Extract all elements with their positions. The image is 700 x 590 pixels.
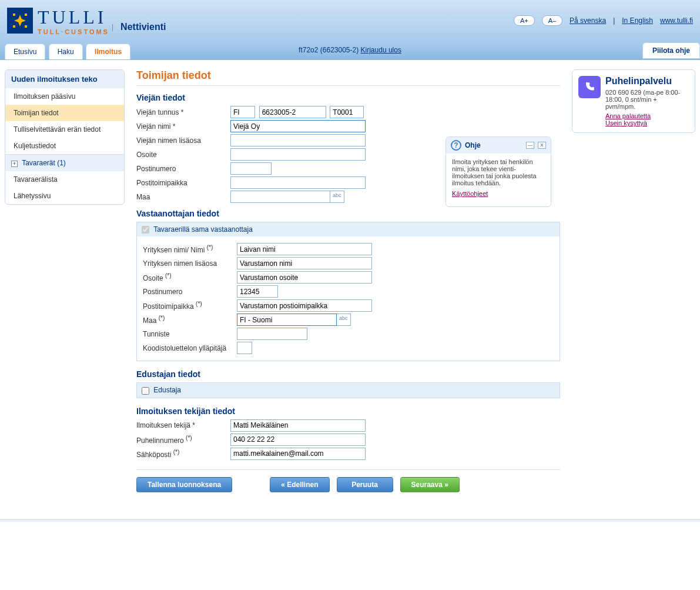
button-row: Tallenna luonnoksena « Edellinen Peruuta… <box>136 469 560 492</box>
vieja-maa-input[interactable] <box>230 191 330 203</box>
recv-koodisto-input[interactable] <box>237 342 252 354</box>
sidebar-group-label: Tavaraerät (1) <box>22 159 66 167</box>
recv-postitp-input[interactable] <box>237 299 372 312</box>
tab-etusivu[interactable]: Etusivu <box>5 44 45 59</box>
recv-postinro-input[interactable] <box>237 285 278 298</box>
footer-divider <box>0 519 700 522</box>
svg-rect-0 <box>13 14 15 16</box>
tab-ilmoitus[interactable]: Ilmoitus <box>86 44 130 59</box>
close-icon[interactable]: X <box>538 142 546 149</box>
previous-button[interactable]: « Edellinen <box>270 477 329 492</box>
tab-haku[interactable]: Haku <box>49 44 83 59</box>
next-button[interactable]: Seuraava » <box>400 477 460 492</box>
feedback-link[interactable]: Anna palautetta <box>605 112 689 119</box>
recv-tunniste-label: Tunniste <box>143 330 237 338</box>
section-vastaanottaja: Vastaanottajan tiedot <box>136 209 560 218</box>
divider <box>136 85 560 86</box>
expand-icon[interactable]: + <box>11 161 18 167</box>
sidebar-item-toimijan-tiedot[interactable]: Toimijan tiedot <box>5 105 124 121</box>
vieja-nimi-label: Viejän nimi * <box>136 122 230 131</box>
recv-lisa-label: Yrityksen nimen lisäosa <box>143 259 237 268</box>
minimize-icon[interactable]: — <box>526 142 534 149</box>
vieja-lisa-input[interactable] <box>230 134 366 146</box>
sidebar-item-kuljetustiedot[interactable]: Kuljetustiedot <box>5 138 124 154</box>
sidebar: Uuden ilmoituksen teko Ilmoituksen pääsi… <box>5 69 125 205</box>
section-edustaja: Edustajan tiedot <box>136 369 560 379</box>
save-draft-button[interactable]: Tallenna luonnoksena <box>136 477 232 492</box>
recv-maa-label: Maa (*) <box>143 315 237 325</box>
svg-rect-1 <box>25 14 27 16</box>
phone-text: 020 690 629 (ma-pe 8:00-18:00, 0 snt/min… <box>605 89 689 110</box>
abc-indicator-icon[interactable]: abc <box>330 191 344 203</box>
brand-main: TULLI <box>38 6 109 28</box>
recv-subgroup: Tavaraerillä sama vastaanottaja Yritykse… <box>136 222 560 361</box>
vieja-osoite-input[interactable] <box>230 148 366 161</box>
external-site-link[interactable]: www.tulli.fi <box>660 16 693 25</box>
recv-postinro-label: Postinumero <box>143 288 237 296</box>
recv-osoite-input[interactable] <box>237 271 372 284</box>
phone-icon <box>578 76 601 98</box>
lang-english-link[interactable]: In English <box>622 16 653 25</box>
reporter-puh-input[interactable] <box>230 434 366 446</box>
abc-indicator-icon[interactable]: abc <box>337 314 351 326</box>
help-manual-link[interactable]: Käyttöohjeet <box>452 190 488 197</box>
svg-rect-2 <box>13 25 15 28</box>
edustaja-label: Edustaja <box>153 386 181 394</box>
reporter-email-label: Sähköposti (*) <box>136 449 230 459</box>
vieja-postitp-input[interactable] <box>230 176 366 189</box>
recv-koodisto-label: Koodistoluettelon ylläpitäjä <box>143 344 237 352</box>
cancel-button[interactable]: Peruuta <box>337 477 393 492</box>
sidebar-heading: Uuden ilmoituksen teko <box>5 70 124 88</box>
vieja-osoite-label: Osoite <box>136 151 230 159</box>
vieja-tunnus-id-input[interactable] <box>259 106 326 118</box>
recv-yritys-label: Yrityksen nimi/ Nimi (*) <box>143 244 237 254</box>
section-vieja: Viejän tiedot <box>136 93 560 102</box>
vieja-postinro-label: Postinumero <box>136 165 230 173</box>
hide-help-button[interactable]: Piilota ohje <box>642 42 700 59</box>
help-box: ? Ohje — X Ilmoita yrityksen tai henkilö… <box>446 136 551 207</box>
vieja-tunnus-ext-input[interactable] <box>330 106 364 118</box>
faq-link[interactable]: Usein kysyttyä <box>605 119 689 126</box>
edustaja-checkbox[interactable] <box>142 387 149 395</box>
vieja-maa-label: Maa <box>136 193 230 201</box>
help-title: Ohje <box>465 141 481 149</box>
brand-text: TULLI TULL·CUSTOMS <box>38 6 109 35</box>
sidebar-item-lahetyssivu[interactable]: Lähetyssivu <box>5 188 124 204</box>
vieja-postinro-input[interactable] <box>230 162 272 175</box>
brand-sub: TULL·CUSTOMS <box>38 28 109 35</box>
recv-same-header: Tavaraerillä sama vastaanottaja <box>137 222 560 236</box>
recv-same-checkbox[interactable] <box>142 226 149 234</box>
vieja-postitp-label: Postitoimipaikka <box>136 179 230 187</box>
sidebar-group-tavaraerat[interactable]: + Tavaraerät (1) <box>5 154 124 171</box>
recv-tunniste-input[interactable] <box>237 328 307 340</box>
vieja-tunnus-label: Viejän tunnus * <box>136 108 230 116</box>
sidebar-item-tulliselvitettavan[interactable]: Tulliselvitettävän erän tiedot <box>5 121 124 138</box>
edustaja-subgroup: Edustaja <box>136 382 560 398</box>
user-info: ft72o2 (6623005-2) Kirjaudu ulos <box>299 46 401 54</box>
recv-same-label: Tavaraerillä sama vastaanottaja <box>153 225 253 234</box>
font-decrease-button[interactable]: A– <box>542 15 562 26</box>
recv-postitp-label: Postitoimipaikka (*) <box>143 301 237 311</box>
lang-swedish-link[interactable]: På svenska <box>570 16 606 25</box>
recv-maa-input[interactable] <box>237 314 337 326</box>
user-id: ft72o2 (6623005-2) <box>299 46 359 54</box>
phone-service-box: Puhelinpalvelu 020 690 629 (ma-pe 8:00-1… <box>572 69 695 133</box>
header: TULLI TULL·CUSTOMS | Nettivienti A+ A– P… <box>0 0 700 41</box>
main-content: Toimijan tiedot Viejän tiedot Viejän tun… <box>132 69 565 492</box>
vieja-lisa-label: Viejän nimen lisäosa <box>136 136 230 145</box>
recv-yritys-input[interactable] <box>237 243 372 255</box>
vieja-nimi-input[interactable] <box>230 120 366 132</box>
vieja-tunnus-country-input[interactable] <box>230 106 255 118</box>
recv-osoite-label: Osoite (*) <box>143 272 237 282</box>
reporter-tekija-input[interactable] <box>230 419 366 432</box>
logout-link[interactable]: Kirjaudu ulos <box>361 46 401 54</box>
reporter-tekija-label: Ilmoituksen tekijä * <box>136 421 230 429</box>
help-icon: ? <box>451 140 461 151</box>
reporter-email-input[interactable] <box>230 448 366 460</box>
section-reporter: Ilmoituksen tekijän tiedot <box>136 406 560 416</box>
sidebar-item-paasivu[interactable]: Ilmoituksen pääsivu <box>5 88 124 105</box>
help-body-text: Ilmoita yrityksen tai henkilön nimi, jok… <box>452 158 545 186</box>
sidebar-item-tavaraeralista[interactable]: Tavaraerälista <box>5 171 124 188</box>
recv-lisa-input[interactable] <box>237 257 372 269</box>
font-increase-button[interactable]: A+ <box>514 15 535 26</box>
